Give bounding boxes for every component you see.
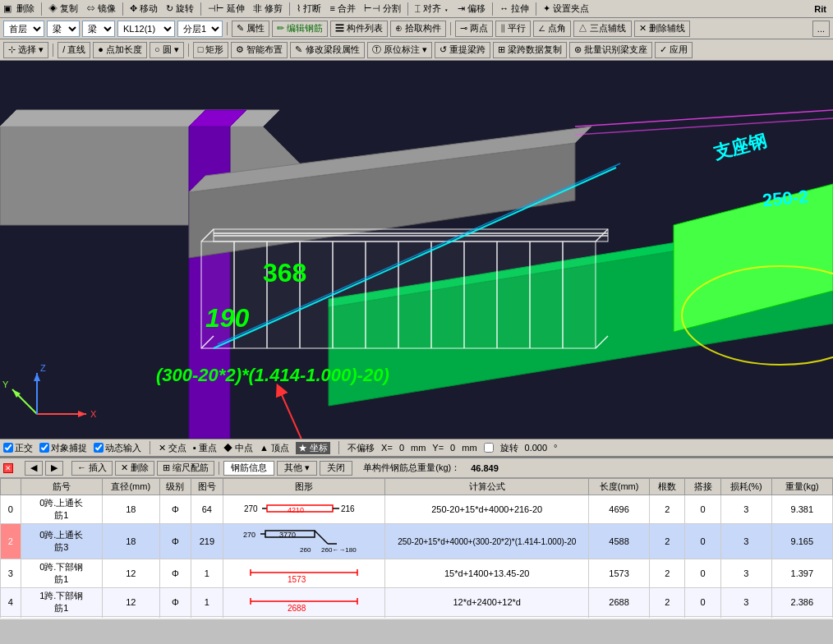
tab-other[interactable]: 其他 ▾ (277, 461, 317, 476)
col-weight: 重量(kg) (771, 479, 832, 495)
batch-id-btn[interactable]: ⊛ 批量识别梁支座 (569, 42, 652, 58)
pick-component-btn[interactable]: ⊕ 拾取构件 (390, 21, 446, 37)
delete-btn[interactable]: 删除 (13, 2, 38, 16)
snap-vertex-btn[interactable]: ▲ 顶点 (260, 442, 289, 454)
snap-checkbox[interactable] (39, 443, 49, 453)
tab-close[interactable]: 关闭 (320, 461, 352, 476)
element-subtype-select[interactable]: 梁 (82, 21, 115, 37)
x-unit: mm (411, 443, 426, 453)
split-btn[interactable]: ⊢⊣ 分割 (361, 2, 404, 16)
svg-text:216: 216 (341, 504, 355, 513)
table-row[interactable]: 4 1跨.下部钢筋1 12 Φ 1 2688 12*d+2400+12*d (1, 588, 833, 617)
snap-cross-btn[interactable]: ✕ 交点 (159, 442, 186, 454)
cell-diameter: 8 (102, 617, 159, 619)
panel-close-btn[interactable]: ✕ (3, 463, 13, 473)
point-angle-btn[interactable]: ∠ 点角 (533, 21, 571, 37)
statusbar: 正交 对象捕捉 动态输入 ✕ 交点 ▪ 重点 ◆ 中点 ▲ 顶点 ★ 坐标 不偏… (0, 439, 833, 457)
element-id-select[interactable]: KL12(1) (117, 21, 175, 37)
table-row[interactable]: 2 0跨.上通长筋3 18 Φ 219 270 3770 (1, 524, 833, 559)
re-extract-btn[interactable]: ↺ 重提梁跨 (435, 42, 490, 58)
break-btn[interactable]: ⌇ 打断 (293, 2, 324, 16)
y-label: Y= (432, 443, 444, 453)
rotate-checkbox[interactable] (484, 443, 494, 453)
rect-btn[interactable]: □ 矩形 (193, 42, 229, 58)
dynamic-label: 动态输入 (105, 442, 141, 454)
ortho-mode[interactable]: 正交 (3, 442, 33, 454)
table-row[interactable]: 5 0跨.箍筋1 8 Φ 195 200 2*((200-2*20)+(400-… (1, 617, 833, 619)
delete-row-btn[interactable]: ✕ 删除 (115, 461, 154, 476)
sep4 (289, 2, 290, 16)
layer2-select[interactable]: 分层1 (177, 21, 223, 37)
prev-btn[interactable]: ◀ (25, 461, 43, 476)
two-point-btn[interactable]: ⊸ 两点 (455, 21, 493, 37)
viewport: X Y Z 368 190 (300-20*2)*(1.414-1.000)-2… (0, 61, 833, 439)
rotate-btn[interactable]: ↻ 旋转 (163, 2, 197, 16)
trim-btn[interactable]: 非 修剪 (250, 2, 286, 16)
merge-btn[interactable]: ≡ 合并 (326, 2, 358, 16)
next-btn[interactable]: ▶ (45, 461, 63, 476)
sep3 (200, 2, 201, 16)
snap-midpoint-btn[interactable]: ◆ 中点 (223, 442, 253, 454)
col-shape-num: 图号 (191, 479, 223, 495)
scale-rebar-btn[interactable]: ⊞ 缩尺配筋 (157, 461, 214, 476)
top-toolbar: ▣ 删除 ◈ 复制 ⇔ 镜像 ✥ 移动 ↻ 旋转 ⊣⊢ 延伸 非 修剪 ⌇ 打断… (0, 0, 833, 18)
snap-endpoint-btn[interactable]: ▪ 重点 (193, 442, 217, 454)
move-btn[interactable]: ✥ 移动 (127, 2, 161, 16)
element-type-select[interactable]: 梁 (47, 21, 80, 37)
cell-count: 2 (650, 559, 685, 588)
parallel-btn[interactable]: ∥ 平行 (495, 21, 531, 37)
dynamic-checkbox[interactable] (94, 443, 104, 453)
cell-loss: 3 (720, 495, 771, 524)
copy-span-btn[interactable]: ⊞ 梁跨数据复制 (493, 42, 567, 58)
tab-rebar-info[interactable]: 钢筋信息 (223, 461, 274, 476)
stretch-btn[interactable]: ↔ 拉伸 (496, 2, 532, 16)
svg-text:4210: 4210 (288, 506, 304, 514)
cell-loss (720, 617, 771, 619)
three-point-btn[interactable]: △ 三点辅线 (573, 21, 631, 37)
align-btn[interactable]: ⌶ 对齐 ▾ (412, 2, 453, 16)
apply-btn[interactable]: ✓ 应用 (655, 42, 693, 58)
cell-diameter: 12 (102, 588, 159, 617)
sep-tb3a (53, 44, 53, 57)
ortho-checkbox[interactable] (3, 443, 13, 453)
table-row[interactable]: 3 0跨.下部钢筋1 12 Φ 1 1573 15*d+1400+13.45-2… (1, 559, 833, 588)
offset-btn[interactable]: ⇥ 偏移 (454, 2, 489, 16)
svg-text:X: X (90, 409, 97, 419)
sep7 (536, 2, 536, 16)
table-row[interactable]: 0 0跨.上通长筋1 18 Φ 64 270 4210 216 (1, 495, 833, 524)
line-btn[interactable]: / 直线 (58, 42, 90, 58)
smart-layout-btn[interactable]: ⚙ 智能布置 (231, 42, 288, 58)
circle-btn[interactable]: ○ 圆 ▾ (150, 42, 184, 58)
cell-lap: 0 (685, 524, 720, 559)
component-list-btn[interactable]: ☰ 构件列表 (330, 21, 388, 37)
edit-rebar-btn[interactable]: ✏ 编辑钢筋 (272, 21, 328, 37)
copy-btn[interactable]: ◈ 复制 (45, 2, 81, 16)
toolbar3: ⊹ 选择 ▾ / 直线 ● 点加长度 ○ 圆 ▾ □ 矩形 ⚙ 智能布置 ✎ 修… (0, 39, 833, 61)
modify-span-btn[interactable]: ✎ 修改梁段属性 (290, 42, 364, 58)
setpoint-btn[interactable]: ✦ 设置夹点 (540, 2, 592, 16)
cell-length: 1573 (588, 559, 649, 588)
svg-text:1573: 1573 (288, 575, 306, 584)
snap-mode[interactable]: 对象捕捉 (39, 442, 87, 454)
point-len-btn[interactable]: ● 点加长度 (93, 42, 147, 58)
cell-grade: Φ (159, 559, 191, 588)
del-aux-btn[interactable]: ✕ 删除辅线 (634, 21, 690, 37)
cell-grade: Φ (159, 495, 191, 524)
mirror-btn[interactable]: ⇔ 镜像 (83, 2, 119, 16)
layer-select[interactable]: 首层 (3, 21, 44, 37)
dynamic-input-mode[interactable]: 动态输入 (94, 442, 141, 454)
top-right-label2: 250-2 (762, 186, 809, 212)
snap-coord-btn[interactable]: ★ 坐标 (296, 442, 330, 454)
cell-shape-num: 219 (191, 524, 223, 559)
inplace-label-btn[interactable]: Ⓣ 原位标注 ▾ (367, 42, 432, 58)
svg-text:3770: 3770 (279, 531, 296, 539)
sketch-svg-2: 270 3770 260 260←→180 (242, 526, 366, 555)
cell-loss: 3 (720, 559, 771, 588)
property-btn[interactable]: ✎ 属性 (232, 21, 269, 37)
more-btn[interactable]: ... (812, 21, 830, 37)
cell-formula: 250-20+15*d+4000+216-20 (385, 495, 588, 524)
ortho-label: 正交 (15, 442, 33, 454)
extend-btn[interactable]: ⊣⊢ 延伸 (205, 2, 248, 16)
insert-btn[interactable]: ← 插入 (71, 461, 113, 476)
select-btn[interactable]: ⊹ 选择 ▾ (3, 42, 48, 58)
